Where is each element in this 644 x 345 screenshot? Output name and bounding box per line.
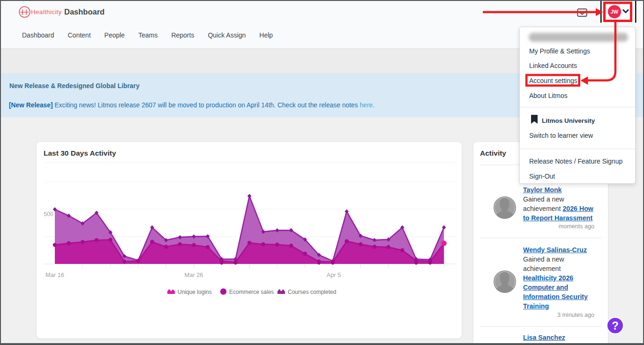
svg-text:Mar 16: Mar 16 bbox=[45, 271, 64, 278]
svg-text:Apr 5: Apr 5 bbox=[327, 271, 341, 278]
svg-text:Mar 26: Mar 26 bbox=[185, 271, 203, 278]
svg-text:Unique logins: Unique logins bbox=[178, 289, 212, 295]
svg-text:Ecommerce sales: Ecommerce sales bbox=[229, 289, 274, 295]
svg-text:Courses completed: Courses completed bbox=[288, 289, 336, 295]
svg-text:500: 500 bbox=[44, 211, 53, 218]
